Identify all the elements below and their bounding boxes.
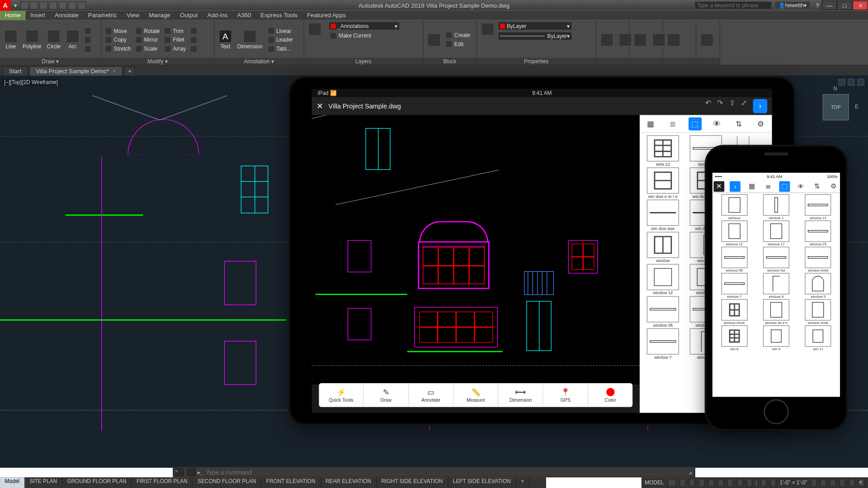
help-icon[interactable]: ? — [816, 2, 819, 9]
iphone-palette-item[interactable]: window rbnkl — [797, 299, 839, 325]
iso-icon[interactable] — [840, 479, 845, 487]
dimension-button[interactable]: ⟷Dimension — [499, 383, 543, 407]
iphone-palette-item[interactable]: window 9 — [797, 273, 839, 299]
drawing-canvas[interactable]: [–][Top][2D Wireframe] — [0, 76, 868, 468]
dimension-button[interactable]: Dimension — [236, 28, 264, 51]
table-button[interactable]: Tabl... — [266, 44, 294, 52]
palette-tab4-icon[interactable]: 👁 — [710, 117, 723, 130]
iphone-palette-item[interactable]: window 11 — [797, 194, 839, 220]
iphone-tab1-icon[interactable]: ▦ — [746, 181, 757, 192]
tab-view[interactable]: View — [122, 11, 144, 20]
clean-icon[interactable] — [849, 479, 855, 487]
minimize-button[interactable]: — — [821, 0, 837, 10]
linetype-dropdown[interactable]: ByLayer▾ — [498, 32, 572, 41]
gps-button[interactable]: 📍GPS — [543, 383, 588, 407]
stretch-button[interactable]: Stretch — [104, 44, 132, 52]
palette-tab1-icon[interactable]: ▦ — [644, 117, 657, 130]
share-icon[interactable]: ⇪ — [729, 99, 735, 113]
iphone-palette-item[interactable]: window 17 — [755, 221, 797, 246]
layout-tab[interactable]: FIRST FLOOR PLAN — [132, 477, 193, 488]
tab-annotate[interactable]: Annotate — [50, 11, 83, 20]
palette-item[interactable]: window 5ft — [642, 296, 684, 327]
close-tab-icon[interactable]: × — [113, 68, 116, 75]
qat-save-icon[interactable] — [39, 1, 47, 9]
tab-manage[interactable]: Manage — [144, 11, 175, 20]
tab-express[interactable]: Express Tools — [256, 11, 302, 20]
draw-misc2[interactable] — [83, 35, 92, 43]
iphone-tab5-icon[interactable]: ⇅ — [811, 181, 822, 192]
tab-addins[interactable]: Add-ins — [203, 11, 232, 20]
color-dropdown[interactable]: ByLayer▾ — [498, 21, 572, 30]
active-file-tab[interactable]: Villa Project Sample Demo*× — [29, 66, 123, 75]
iphone-palette-item[interactable]: window 8 — [755, 273, 797, 299]
cmd-settings-icon[interactable] — [187, 468, 196, 476]
tab-a360[interactable]: A360 — [232, 11, 256, 20]
palette-tab2-icon[interactable]: ≣ — [666, 117, 679, 130]
rotate-button[interactable]: Rotate — [134, 27, 161, 35]
layout-tab[interactable]: SITE PLAN — [25, 477, 62, 488]
help-search-input[interactable] — [694, 1, 772, 9]
measure-button[interactable]: 📏Measure — [453, 383, 498, 407]
iphone-palette-item[interactable]: window — [713, 194, 755, 220]
iphone-tab3-icon[interactable]: ⬚ — [779, 181, 790, 192]
copy-button[interactable]: Copy — [104, 35, 132, 43]
osnap-icon[interactable] — [708, 479, 714, 487]
iphone-palette-item[interactable]: window 25 — [797, 221, 839, 246]
tab-output[interactable]: Output — [175, 11, 203, 20]
maximize-button[interactable]: □ — [837, 0, 852, 10]
palette-item[interactable]: WIN 22 — [642, 135, 684, 166]
iphone-palette-item[interactable]: window ee e e — [755, 299, 797, 325]
scale-display[interactable]: 1'-0" = 1'-0" — [780, 480, 807, 486]
layout-tab[interactable]: RIGHT SIDE ELEVATION — [377, 477, 448, 488]
command-line[interactable]: × ▸_ ▴ — [173, 467, 695, 478]
insert-block-button[interactable] — [426, 32, 443, 47]
iphone-panel-toggle[interactable]: › — [730, 181, 741, 192]
palette-tab6-icon[interactable]: ⚙ — [755, 117, 768, 130]
palette-tab5-icon[interactable]: ⇅ — [732, 117, 745, 130]
command-input[interactable] — [203, 469, 687, 475]
iphone-palette-item[interactable]: window 5st — [755, 247, 797, 272]
edit-block-button[interactable]: Edit — [444, 40, 472, 48]
circle-button[interactable]: Circle — [45, 28, 62, 51]
clipboard-button[interactable] — [665, 32, 682, 47]
undo-icon[interactable]: ↶ — [705, 99, 711, 113]
palette-item[interactable]: win dow e re r e — [642, 168, 684, 199]
custom-icon[interactable]: ≡ — [859, 479, 864, 487]
palette-item[interactable]: window 7 — [642, 328, 684, 360]
array-button[interactable]: Array — [163, 44, 187, 52]
palette-item[interactable]: win dow swe — [642, 200, 684, 231]
layout-tab[interactable]: LEFT SIDE ELEVATION — [448, 477, 516, 488]
redo-icon[interactable]: ↷ — [717, 99, 723, 113]
qat-plot-icon[interactable] — [58, 1, 66, 9]
measure-button[interactable] — [632, 32, 649, 47]
tpy-icon[interactable] — [746, 479, 752, 487]
navcube-face[interactable]: TOP — [823, 94, 849, 120]
modify-misc1[interactable] — [189, 27, 198, 35]
move-button[interactable]: Move — [104, 27, 132, 35]
iphone-palette-item[interactable]: window 12 — [713, 221, 755, 246]
tab-home[interactable]: Home — [0, 11, 25, 20]
iphone-palette-item[interactable]: win 8 — [713, 325, 755, 351]
app-dropdown-arrow[interactable]: ▼ — [13, 3, 18, 8]
palette-tab3-icon[interactable]: ⬚ — [688, 117, 701, 130]
arc-button[interactable]: Arc — [64, 28, 81, 51]
color-button[interactable]: Color — [588, 383, 632, 407]
quicktools-button[interactable]: ⚡Quick Tools — [319, 383, 364, 407]
layout-tab[interactable]: GROUND FLOOR PLAN — [62, 477, 132, 488]
base-button[interactable] — [699, 32, 716, 47]
iphone-palette-item[interactable]: win 11 — [797, 325, 839, 351]
iphone-palette-item[interactable]: window 7 — [713, 273, 755, 299]
group-button[interactable] — [599, 32, 615, 47]
create-block-button[interactable]: Create — [444, 31, 472, 39]
lwt-icon[interactable] — [736, 479, 742, 487]
close-button[interactable]: ✕ — [853, 0, 868, 10]
modify-misc2[interactable] — [189, 35, 198, 43]
layout-tab-model[interactable]: Model — [0, 477, 25, 488]
make-current-button[interactable]: Make Current — [329, 32, 373, 40]
layout-tab[interactable]: SECOND FLOOR PLAN — [193, 477, 261, 488]
text-button[interactable]: AText — [217, 28, 234, 51]
iphone-palette-item[interactable]: window 5ft — [713, 247, 755, 272]
qat-new-icon[interactable] — [20, 1, 28, 9]
annotate-button[interactable]: ▭Annotate — [409, 383, 453, 407]
ipad-drawing-canvas[interactable] — [312, 115, 640, 385]
